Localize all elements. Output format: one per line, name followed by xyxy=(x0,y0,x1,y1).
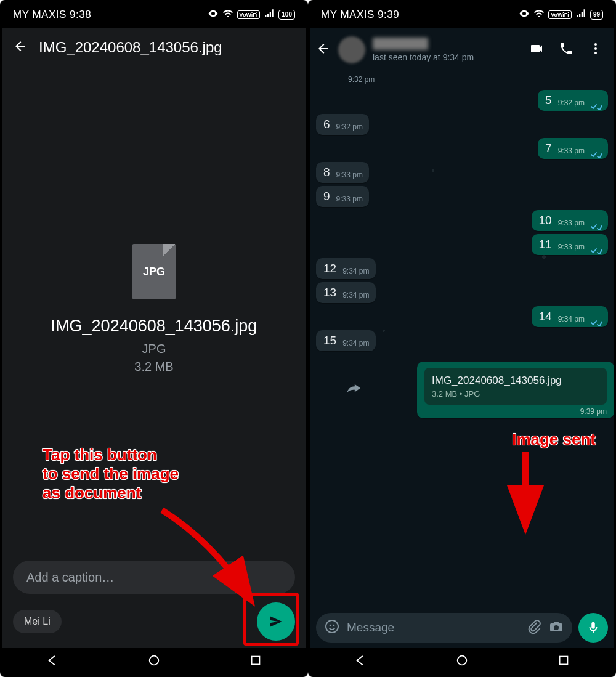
status-icons: VoWiFi 100 xyxy=(208,8,295,22)
message-time: 9:34 pm xyxy=(342,291,369,299)
wifi-icon xyxy=(222,8,233,22)
read-ticks-icon xyxy=(591,100,602,107)
video-call-icon[interactable] xyxy=(529,41,544,59)
nav-back-icon[interactable] xyxy=(354,654,367,670)
contact-avatar[interactable] xyxy=(338,36,365,63)
svg-point-5 xyxy=(326,620,338,633)
message-text: 10 xyxy=(539,214,552,227)
svg-point-0 xyxy=(150,656,159,665)
document-preview: JPG IMG_20240608_143056.jpg JPG 3.2 MB xyxy=(2,67,306,551)
message-row[interactable]: 109:33 pm xyxy=(316,210,608,231)
nav-bar xyxy=(2,648,306,675)
attach-icon[interactable] xyxy=(527,619,541,636)
vowifi-badge: VoWiFi xyxy=(548,10,572,19)
right-phone-chat: MY MAXIS 9:39 VoWiFi 99 last seen today … xyxy=(308,0,616,677)
read-ticks-icon xyxy=(591,220,602,227)
svg-rect-1 xyxy=(251,657,259,665)
message-text: 12 xyxy=(323,262,336,275)
file-icon: JPG xyxy=(132,244,176,299)
svg-point-6 xyxy=(330,625,331,626)
back-icon[interactable] xyxy=(316,41,331,59)
message-row[interactable]: 89:33 pm xyxy=(316,162,608,183)
message-row[interactable]: 149:34 pm xyxy=(316,306,608,327)
message-row[interactable]: 119:33 pm xyxy=(316,234,608,255)
nav-recents-icon[interactable] xyxy=(249,654,262,670)
message-time: 9:32 pm xyxy=(558,99,585,107)
document-header: IMG_20240608_143056.jpg xyxy=(2,28,306,67)
doc-filename: IMG_20240608_143056.jpg xyxy=(432,374,599,387)
message-time: 9:33 pm xyxy=(558,147,585,155)
message-text: 14 xyxy=(539,310,552,323)
voice-call-icon[interactable] xyxy=(559,41,573,59)
message-time: 9:33 pm xyxy=(558,219,585,227)
doc-meta: 3.2 MB • JPG xyxy=(432,389,599,399)
battery-badge: 99 xyxy=(590,10,603,20)
message-time: 9:34 pm xyxy=(342,339,369,347)
contact-last-seen: last seen today at 9:34 pm xyxy=(373,52,522,62)
message-time: 9:33 pm xyxy=(336,195,363,203)
nav-back-icon[interactable] xyxy=(46,654,59,670)
message-time: 9:32 pm xyxy=(336,123,363,131)
message-row[interactable]: 159:34 pm xyxy=(316,330,608,351)
message-text: 6 xyxy=(323,118,330,131)
svg-point-3 xyxy=(594,47,597,50)
back-icon[interactable] xyxy=(13,39,28,56)
signal-icon xyxy=(264,8,275,22)
message-time: 9:33 pm xyxy=(336,171,363,179)
vowifi-badge: VoWiFi xyxy=(237,10,261,19)
read-ticks-icon xyxy=(591,316,602,323)
svg-point-8 xyxy=(458,656,467,665)
send-button[interactable] xyxy=(257,602,295,641)
message-row[interactable]: 129:34 pm xyxy=(316,258,608,279)
message-time: 9:34 pm xyxy=(558,315,585,323)
message-input-row: Message xyxy=(310,611,614,648)
message-text: 8 xyxy=(323,166,330,179)
svg-point-4 xyxy=(594,52,597,54)
status-icons: VoWiFi 99 xyxy=(519,8,603,22)
message-row[interactable]: 59:32 pm xyxy=(316,90,608,111)
message-text: 15 xyxy=(323,334,336,347)
nav-recents-icon[interactable] xyxy=(557,654,570,670)
recipient-row: Mei Li xyxy=(13,602,295,641)
message-row[interactable]: 99:33 pm xyxy=(316,186,608,207)
chat-body[interactable]: 9:32 pm 59:32 pm69:32 pm79:33 pm89:33 pm… xyxy=(310,72,614,611)
battery-badge: 100 xyxy=(278,10,295,20)
camera-icon[interactable] xyxy=(549,619,564,636)
message-text: 9 xyxy=(323,190,330,203)
more-icon[interactable] xyxy=(588,41,603,59)
message-text: 13 xyxy=(323,286,336,299)
read-ticks-icon xyxy=(591,148,602,155)
message-text: 7 xyxy=(545,142,552,155)
nav-home-icon[interactable] xyxy=(147,654,161,670)
mic-button[interactable] xyxy=(578,613,608,643)
recipient-chip[interactable]: Mei Li xyxy=(13,610,62,633)
svg-point-2 xyxy=(594,43,597,46)
read-ticks-icon xyxy=(591,244,602,251)
doc-time: 9:39 pm xyxy=(580,407,607,416)
emoji-icon[interactable] xyxy=(325,619,339,636)
prev-msg-time: 9:32 pm xyxy=(348,75,375,84)
wifi-icon xyxy=(533,8,545,22)
file-size: 3.2 MB xyxy=(134,360,173,374)
contact-info[interactable]: last seen today at 9:34 pm xyxy=(373,38,522,62)
message-input[interactable]: Message xyxy=(316,613,572,643)
status-carrier-time: MY MAXIS 9:39 xyxy=(321,9,399,21)
forward-icon[interactable] xyxy=(347,384,360,396)
nav-home-icon[interactable] xyxy=(455,654,469,670)
chat-header: last seen today at 9:34 pm xyxy=(310,28,614,72)
message-row[interactable]: 69:32 pm xyxy=(316,114,608,135)
svg-rect-9 xyxy=(559,657,567,665)
status-carrier-time: MY MAXIS 9:38 xyxy=(13,9,91,21)
message-row[interactable]: 79:33 pm xyxy=(316,138,608,159)
signal-icon xyxy=(575,8,586,22)
message-row[interactable]: 139:34 pm xyxy=(316,282,608,303)
file-type: JPG xyxy=(142,342,166,356)
message-text: 11 xyxy=(539,238,552,251)
message-placeholder: Message xyxy=(347,621,519,634)
caption-input[interactable]: Add a caption… xyxy=(13,561,295,594)
document-message[interactable]: IMG_20240608_143056.jpg 3.2 MB • JPG 9:3… xyxy=(310,362,614,418)
nav-bar xyxy=(310,648,614,675)
contact-name-blurred xyxy=(373,38,428,50)
eye-icon xyxy=(519,8,530,22)
message-time: 9:33 pm xyxy=(558,243,585,251)
